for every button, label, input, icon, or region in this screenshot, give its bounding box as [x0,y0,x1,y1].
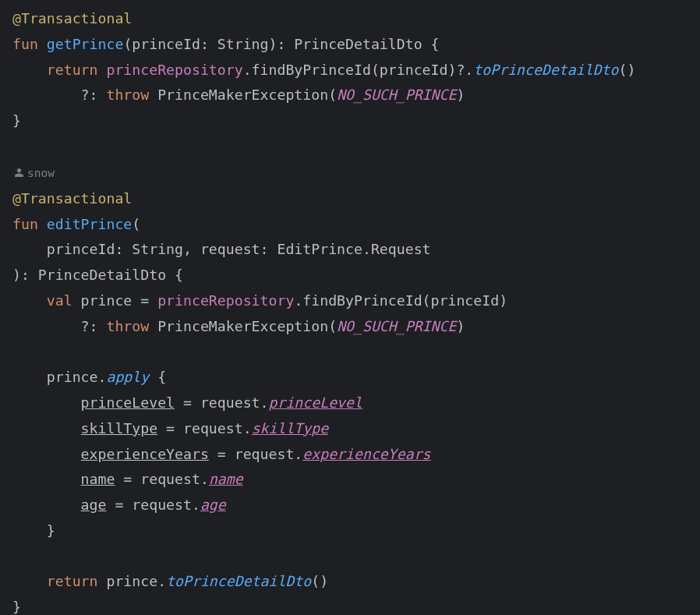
annotation: @Transactional [12,190,132,207]
annotation: @Transactional [12,10,132,27]
req-name: name [209,471,243,487]
close-paren: ) [456,318,465,334]
space [98,87,107,103]
parens: () [618,62,635,78]
elvis: ?: [81,318,98,334]
space [98,318,107,334]
call-findByPrinceId: .findByPrinceId(princeId)?. [243,62,474,78]
assign: = request. [106,497,200,513]
parens: () [311,573,328,589]
prop-princeLevel: princeLevel [81,394,175,411]
keyword-fun: fun [12,36,38,52]
space [38,216,47,232]
const-noSuchPrince: NO_SUCH_PRINCE [337,318,456,334]
keyword-return: return [47,62,98,78]
call-toPrinceDetailDto: toPrinceDetailDto [473,62,618,78]
close-brace: } [47,522,55,539]
prop-age: age [81,497,107,513]
prince-decl: prince = [72,292,158,309]
open-brace: { [149,369,166,385]
close-brace: } [12,112,21,129]
call-toPrinceDetailDto: toPrinceDetailDto [166,573,311,589]
sig-getPrince: (princeId: String): PrinceDetailDto { [123,36,439,52]
func-editPrince: editPrince [47,216,133,232]
keyword-return: return [47,573,98,589]
ref-prince: prince. [47,369,107,385]
edit-sig-close: ): PrinceDetailDto { [12,267,183,283]
prop-name: name [81,471,115,487]
const-noSuchPrince: NO_SUCH_PRINCE [337,87,456,103]
func-getPrince: getPrince [47,36,124,52]
assign: = request. [157,420,251,437]
prop-experienceYears: experienceYears [81,446,209,462]
ref-prince: prince. [98,573,167,589]
space [38,36,47,52]
open-paren: ( [132,216,140,232]
call-findByPrinceId: .findByPrinceId(princeId) [294,292,507,309]
space [98,62,107,78]
edit-params: princeId: String, request: EditPrince.Re… [12,241,431,257]
author-inlay: snow [12,163,56,183]
keyword-throw: throw [106,87,149,103]
exception-open: PrinceMakerException( [149,87,337,103]
assign: = request. [115,471,208,487]
author-name: snow [27,163,55,183]
prop-skillType: skillType [81,420,158,437]
keyword-val: val [47,292,72,309]
code-editor[interactable]: @Transactional fun getPrince(princeId: S… [0,0,700,615]
elvis: ?: [81,87,98,103]
req-princeLevel: princeLevel [269,394,362,411]
assign: = request. [175,394,268,411]
close-paren: ) [456,87,465,103]
call-apply: apply [106,369,149,385]
user-icon [14,168,24,178]
keyword-fun: fun [12,216,38,232]
close-brace: } [12,599,21,615]
req-age: age [200,497,226,513]
exception-open: PrinceMakerException( [149,318,337,334]
assign: = request. [209,446,302,462]
keyword-throw: throw [106,318,149,334]
ref-princeRepository: princeRepository [106,62,242,78]
ref-princeRepository: princeRepository [157,292,294,309]
req-skillType: skillType [252,420,329,437]
req-experienceYears: experienceYears [302,446,430,462]
